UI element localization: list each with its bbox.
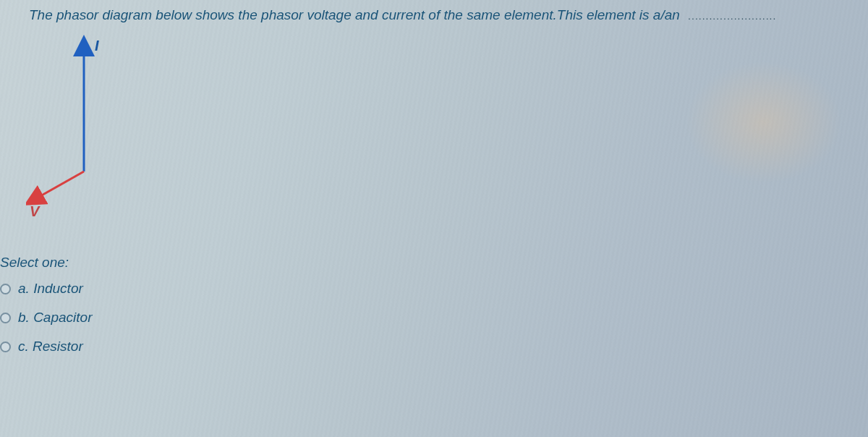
radio-b[interactable] [0,313,11,323]
options-list: a. Inductor b. Capacitor c. Resistor [0,281,868,355]
option-c: c. Resistor [0,339,868,355]
voltage-label: V [30,203,39,220]
question-text: The phasor diagram below shows the phaso… [29,7,680,22]
radio-a[interactable] [0,284,11,294]
option-b-label[interactable]: b. Capacitor [18,310,92,326]
option-c-letter: c. [18,339,29,354]
phasor-svg [26,30,171,218]
option-c-label[interactable]: c. Resistor [18,339,83,355]
select-one-label: Select one: [0,255,868,271]
option-c-text: Resistor [33,339,83,354]
phasor-diagram: I V [26,30,171,218]
fill-blank: ......................... [688,10,776,22]
option-a: a. Inductor [0,281,868,297]
option-a-label[interactable]: a. Inductor [18,281,83,297]
option-b: b. Capacitor [0,310,868,326]
current-label: I [95,38,99,54]
option-a-text: Inductor [33,281,83,296]
option-b-letter: b. [18,310,30,325]
option-a-letter: a. [18,281,30,296]
question-prompt: The phasor diagram below shows the phaso… [0,7,868,23]
radio-c[interactable] [0,341,11,352]
voltage-phasor-line [39,171,84,197]
option-b-text: Capacitor [33,310,92,325]
